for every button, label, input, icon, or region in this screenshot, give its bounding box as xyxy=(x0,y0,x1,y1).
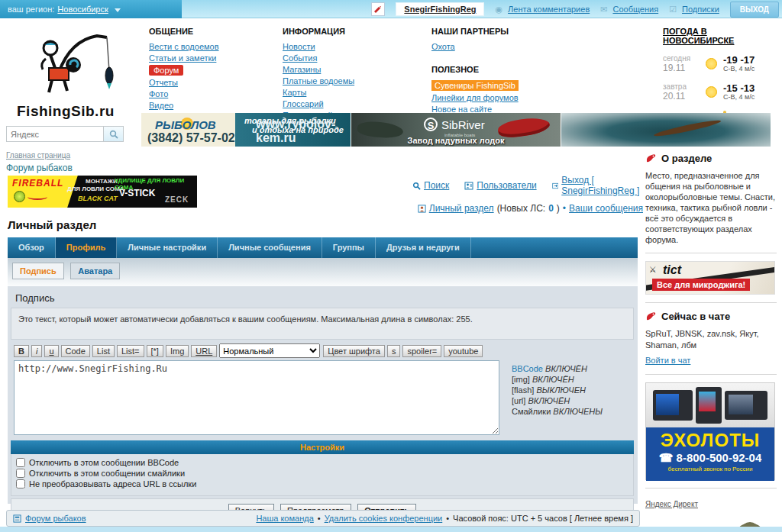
form-description: Это текст, который может автоматически д… xyxy=(11,308,634,340)
forum-logout-link[interactable]: Выход [ SnegirFishingReg ] xyxy=(552,175,643,196)
fish-silhouette xyxy=(653,118,722,139)
nav-link-paid-waters[interactable]: Платные водоемы xyxy=(283,76,412,85)
nav-link-maps[interactable]: Карты xyxy=(283,88,412,97)
region-value[interactable]: Новосибирск xyxy=(57,5,108,14)
rybolov-site: www.rybolov-kem.ru xyxy=(256,118,351,145)
tab-overview[interactable]: Обзор xyxy=(8,237,56,258)
subscriptions-link[interactable]: ☑ Подписки xyxy=(669,5,719,15)
page-title: Личный раздел xyxy=(8,218,96,231)
nav-link-video[interactable]: Видео xyxy=(149,101,275,110)
users-link[interactable]: Пользователи xyxy=(464,175,536,196)
exit-icon xyxy=(552,182,559,190)
tab-friends-foes[interactable]: Друзья и недруги xyxy=(376,237,471,258)
footer-meta: Наша команда • Удалить cookies конференц… xyxy=(256,514,633,523)
weather-title[interactable]: ПОГОДА В НОВОСИБИРСКЕ xyxy=(663,27,777,45)
nav-link-reports[interactable]: Отчеты xyxy=(149,78,275,87)
echolot-ad-banner[interactable]: ЭХОЛОТЫ ☎ 8-800-500-92-04 бесплатный зво… xyxy=(645,382,775,480)
region-selector[interactable]: ваш регион:Новосибирск xyxy=(0,0,182,18)
username-link[interactable]: SnegirFishingReg xyxy=(396,2,484,16)
font-color-button[interactable]: Цвет шрифта xyxy=(323,345,385,357)
nav-link-souvenirs-badge[interactable]: Сувениры FishingSib xyxy=(431,80,519,91)
subtab-signature[interactable]: Подпись xyxy=(12,263,64,279)
no-url-links-checkbox[interactable] xyxy=(16,479,25,488)
checkbox-icon: ☑ xyxy=(669,5,677,15)
comments-feed-link[interactable]: ◉ Лента комментариев xyxy=(495,5,590,15)
logout-button[interactable]: ВЫХОД xyxy=(730,2,779,18)
settings-bar[interactable]: Настройки xyxy=(11,440,634,454)
footer-forum-link[interactable]: Форум рыбаков xyxy=(13,514,86,523)
nav-link-articles[interactable]: Статьи и заметки xyxy=(149,53,275,63)
signature-textarea[interactable]: http://www.SnegirFishing.Ru xyxy=(14,360,499,435)
font-style-select[interactable]: Нормальный xyxy=(219,343,320,358)
tab-private-messages[interactable]: Личные сообщения xyxy=(218,237,322,258)
hook-icon xyxy=(27,194,47,200)
pm-suffix: ) xyxy=(557,203,560,214)
nav-link-vesti[interactable]: Вести с водоемов xyxy=(149,42,275,51)
page-root: ваш регион:Новосибирск SnegirFishingReg … xyxy=(0,0,782,532)
list-eq-button[interactable]: List= xyxy=(117,345,144,357)
bbcode-toolbar: B i u Code List List= [*] Img URL Нормал… xyxy=(11,340,634,360)
code-button[interactable]: Code xyxy=(61,345,90,357)
list-button[interactable]: List xyxy=(92,345,115,357)
your-messages-link[interactable]: Ваши сообщения xyxy=(569,203,643,214)
search-button[interactable] xyxy=(104,126,124,142)
nav-link-forum-badge[interactable]: Форум xyxy=(149,65,183,76)
tab-groups[interactable]: Группы xyxy=(322,237,376,258)
strike-button[interactable]: s xyxy=(387,345,401,357)
sibriver-ad-banner[interactable]: S SibRiver inflatable boats Завод надувн… xyxy=(351,113,561,147)
italic-button[interactable]: i xyxy=(31,345,42,357)
bold-button[interactable]: B xyxy=(14,345,29,357)
divider xyxy=(645,374,777,375)
lure-icon xyxy=(14,191,25,202)
nav-link-news[interactable]: Новости xyxy=(283,42,412,51)
site-logo[interactable]: FishingSib.ru xyxy=(17,25,131,120)
nav-title: ПОЛЕЗНОЕ xyxy=(431,65,569,74)
nav-title: ИНФОРМАЦИЯ xyxy=(283,27,412,36)
nav-link-hunting[interactable]: Охота xyxy=(431,42,569,51)
disable-bbcode-option[interactable]: Отключить в этом сообщении BBCode xyxy=(16,458,629,467)
youtube-button[interactable]: youtube xyxy=(444,345,483,357)
personal-section-link[interactable]: Личный раздел xyxy=(429,203,494,214)
fireball-ad-banner[interactable]: FIREBALL МОНТАЖИ ДЛЯ ЛОВЛИ СОМА BLACK CA… xyxy=(8,176,197,208)
blackcat-brand: BLACK CAT xyxy=(78,195,118,202)
url-button[interactable]: URL xyxy=(191,345,217,357)
nav-link-photo[interactable]: Фото xyxy=(149,89,275,98)
spoiler-button[interactable]: spoiler= xyxy=(402,345,441,357)
nav-link-shops[interactable]: Магазины xyxy=(283,65,412,74)
tict-ad-banner[interactable]: ⚔ tict Все для микроджига! xyxy=(645,261,775,295)
nav-link-events[interactable]: События xyxy=(283,53,412,63)
breadcrumb-home-link[interactable]: Главная страница xyxy=(6,151,70,160)
tab-profile[interactable]: Профиль xyxy=(56,237,117,258)
disable-bbcode-checkbox[interactable] xyxy=(16,458,25,467)
tab-personal-settings[interactable]: Личные настройки xyxy=(117,237,218,258)
img-button[interactable]: Img xyxy=(166,345,189,357)
search-link[interactable]: Поиск xyxy=(412,175,449,196)
chevron-down-icon xyxy=(115,8,121,12)
disable-smilies-option[interactable]: Отключить в этом сообщении смайлики xyxy=(16,469,629,478)
nav-link-glossary[interactable]: Глоссарий xyxy=(283,99,412,108)
messages-link[interactable]: ✉ Сообщения xyxy=(600,5,658,15)
rybolov-ad-banner[interactable]: РЫБОЛОВ товары для рыбалки и отдыха на п… xyxy=(141,113,351,147)
search-icon xyxy=(109,130,118,139)
ice-hole-ad-banner[interactable] xyxy=(561,113,771,147)
red-fish-icon xyxy=(645,153,657,164)
nav-link-forum-rulers[interactable]: Линейки для форумов xyxy=(431,93,569,102)
underline-button[interactable]: u xyxy=(44,345,58,357)
echolot-title: ЭХОЛОТЫ xyxy=(646,430,774,450)
rybolov-brand: РЫБОЛОВ xyxy=(155,118,216,131)
yandex-direct-link[interactable]: Яндекс Директ xyxy=(645,500,698,508)
list-item-button[interactable]: [*] xyxy=(147,345,163,357)
search-input[interactable] xyxy=(6,126,104,142)
disable-smilies-checkbox[interactable] xyxy=(16,469,25,478)
avatar[interactable] xyxy=(371,2,385,16)
divider xyxy=(645,253,777,253)
our-team-link[interactable]: Наша команда xyxy=(256,514,313,523)
no-url-links-option[interactable]: Не преобразовывать адреса URL в ссылки xyxy=(16,479,629,488)
chat-section-title: Сейчас в чате xyxy=(645,311,777,322)
envelope-icon: ✉ xyxy=(600,5,607,15)
delete-cookies-link[interactable]: Удалить cookies конференции xyxy=(325,514,443,523)
bullet-separator: • xyxy=(563,203,566,214)
join-chat-link[interactable]: Войти в чат xyxy=(645,356,690,365)
subtab-avatar[interactable]: Аватара xyxy=(70,263,120,279)
bbcode-link[interactable]: BBCode xyxy=(512,364,543,373)
